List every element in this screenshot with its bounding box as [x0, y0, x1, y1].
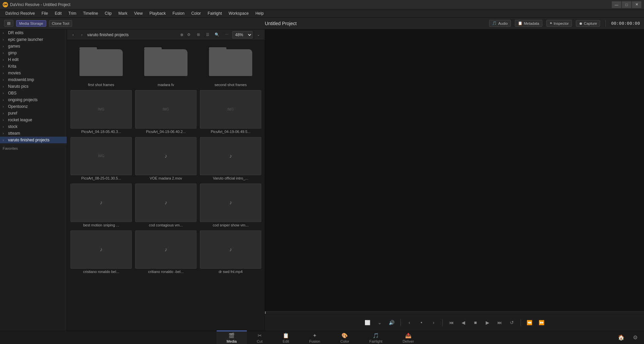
- media-item[interactable]: ♪ Varuto official intro_...: [200, 137, 261, 180]
- search-button[interactable]: 🔍: [213, 31, 221, 39]
- bottom-tab-edit[interactable]: 📋 Edit: [273, 331, 299, 344]
- media-item[interactable]: ♪ dr swd fnl.mp4: [200, 230, 261, 274]
- menu-item-help[interactable]: Help: [253, 10, 266, 16]
- metadata-button[interactable]: 📋 Metadata: [515, 20, 542, 27]
- panel-toggle-button[interactable]: ▤: [4, 20, 13, 27]
- sidebar-item-rocket-league[interactable]: ›rocket league: [0, 117, 67, 123]
- menu-item-fairlight[interactable]: Fairlight: [205, 10, 225, 16]
- window-controls[interactable]: — □ ✕: [612, 1, 641, 8]
- media-item[interactable]: ♪ cristiano ronaldo bel...: [70, 230, 132, 274]
- maximize-button[interactable]: □: [622, 1, 631, 8]
- menu-item-clip[interactable]: Clip: [102, 10, 114, 16]
- zoom-select[interactable]: 48% 25% 50% 75% 100%: [232, 31, 253, 39]
- menu-item-timeline[interactable]: Timeline: [80, 10, 101, 16]
- play-button[interactable]: ▶: [483, 318, 492, 327]
- clone-tool-button[interactable]: Clone Tool: [49, 20, 72, 27]
- sidebar-item-naruto-pics[interactable]: ›Naruto pics: [0, 83, 67, 90]
- media-item[interactable]: IMG PicsArt_04-18-05.40.3...: [70, 90, 132, 133]
- media-item[interactable]: IMG PicsArt_08-25-01.30.5...: [70, 137, 132, 180]
- view-mode-button[interactable]: ⬜: [363, 318, 372, 327]
- menu-item-file[interactable]: File: [39, 10, 51, 16]
- menu-item-davinci-resolve[interactable]: DaVinci Resolve: [3, 10, 38, 16]
- sidebar-item-dr-edits[interactable]: ›DR edits: [0, 29, 67, 36]
- sidebar-item-epic-game-launcher[interactable]: ›epic game launcher: [0, 36, 67, 43]
- media-item[interactable]: ♪ cod contagious vm...: [135, 184, 197, 227]
- arrow-icon: ›: [3, 71, 7, 75]
- menu-item-edit[interactable]: Edit: [52, 10, 64, 16]
- skip-to-start-button[interactable]: ⏪: [525, 318, 534, 327]
- marker-button[interactable]: •: [417, 318, 426, 327]
- prev-marker-button[interactable]: ‹: [405, 318, 414, 327]
- menu-item-fusion[interactable]: Fusion: [170, 10, 187, 16]
- bottom-tab-deliver[interactable]: 📤 Deliver: [392, 331, 424, 344]
- loop-button[interactable]: ↺: [507, 318, 517, 327]
- menu-item-color[interactable]: Color: [189, 10, 204, 16]
- sidebar-item-obs[interactable]: ›OBS: [0, 90, 67, 96]
- sidebar-item-h-edit[interactable]: ›H edit: [0, 56, 67, 63]
- menu-item-view[interactable]: View: [131, 10, 146, 16]
- bottom-tab-cut[interactable]: ✂ Cut: [247, 331, 273, 344]
- next-marker-button[interactable]: ›: [429, 318, 438, 327]
- media-item[interactable]: ♪ cod sniper show vm...: [200, 184, 261, 227]
- scrub-bar[interactable]: [265, 311, 644, 314]
- menu-item-playback[interactable]: Playback: [147, 10, 168, 16]
- sidebar-item-games[interactable]: ›games: [0, 43, 67, 50]
- close-button[interactable]: ✕: [632, 1, 641, 8]
- media-item[interactable]: IMG PicsArt_04-19-06.49.5...: [200, 90, 261, 133]
- inspector-button[interactable]: ✦ Inspector: [546, 20, 572, 27]
- media-item[interactable]: madara fv: [135, 44, 197, 87]
- menu-item-workspace[interactable]: Workspace: [226, 10, 252, 16]
- frame-back-button[interactable]: ◀: [459, 318, 468, 327]
- media-item[interactable]: second shot frames: [200, 44, 261, 87]
- stop-button[interactable]: ■: [471, 318, 480, 327]
- capture-button[interactable]: ⏺ Capture: [576, 20, 600, 27]
- sidebar-item-stock[interactable]: ›stock: [0, 123, 67, 130]
- sidebar-item-puref[interactable]: ›puref: [0, 110, 67, 117]
- media-item[interactable]: ♪ critiano ronaldo -bel...: [135, 230, 197, 274]
- bottom-tab-media[interactable]: 🎬 Media: [217, 331, 247, 344]
- sidebar-item-stteam[interactable]: ›stteam: [0, 130, 67, 137]
- bottom-tab-color[interactable]: 🎨 Color: [330, 331, 359, 344]
- project-title: Untitled Project: [265, 21, 297, 26]
- forward-nav-button[interactable]: ›: [78, 31, 85, 38]
- sidebar-item-movies[interactable]: ›movies: [0, 70, 67, 76]
- media-storage-button[interactable]: Media Storage: [16, 20, 46, 27]
- media-item[interactable]: IMG PicsArt_04-19-06.40.2...: [135, 90, 197, 133]
- audio-button[interactable]: 🎵 Audio: [489, 20, 511, 27]
- deliver-tab-label: Deliver: [402, 339, 414, 343]
- bottom-tab-fairlight[interactable]: 🎵 Fairlight: [359, 331, 392, 344]
- sidebar-label: Krita: [8, 64, 16, 69]
- sidebar-item-msdownld.tmp[interactable]: ›msdownld.tmp: [0, 76, 67, 83]
- menu-item-trim[interactable]: Trim: [66, 10, 79, 16]
- sidebar-item-varuto-finished-projects[interactable]: ›varuto finished projects: [0, 137, 67, 143]
- media-item[interactable]: first shot frames: [70, 44, 132, 87]
- view-chevron-button[interactable]: ⌄: [375, 318, 384, 327]
- list-view-button[interactable]: ☰: [204, 31, 211, 39]
- sidebar-item-gimp[interactable]: ›gimp: [0, 50, 67, 56]
- more-options-button[interactable]: ⋯: [223, 31, 230, 39]
- bottom-tabs: 🎬 Media ✂ Cut 📋 Edit ✦ Fusion 🎨 Color 🎵 …: [217, 331, 424, 344]
- scrub-handle[interactable]: [265, 312, 266, 314]
- skip-back-button[interactable]: ⏮: [447, 318, 456, 327]
- edit-tab-label: Edit: [283, 339, 289, 343]
- sidebar-item-ongoing-projects[interactable]: ›ongoing projects: [0, 96, 67, 103]
- menu-item-mark[interactable]: Mark: [116, 10, 130, 16]
- sidebar-item-opentoonz[interactable]: ›Opentoonz: [0, 103, 67, 110]
- skip-fwd-button[interactable]: ⏭: [495, 318, 504, 327]
- media-label: PicsArt_04-18-05.40.3...: [70, 130, 132, 134]
- media-item[interactable]: ♪ VOE madara 2.mov: [135, 137, 197, 180]
- bottom-tab-fusion[interactable]: ✦ Fusion: [299, 331, 330, 344]
- back-nav-button[interactable]: ‹: [70, 31, 76, 38]
- fusion-tab-icon: ✦: [313, 333, 317, 339]
- skip-to-end-button[interactable]: ⏩: [537, 318, 546, 327]
- media-item[interactable]: ♪ best motion sniping ...: [70, 184, 132, 227]
- sidebar-item-krita[interactable]: ›Krita: [0, 63, 67, 70]
- filter-button[interactable]: ⚙: [185, 31, 193, 39]
- grid-view-button[interactable]: ⊞: [195, 31, 202, 39]
- home-button[interactable]: 🏠: [616, 332, 627, 343]
- settings-button[interactable]: ⚙: [630, 332, 641, 343]
- volume-button[interactable]: 🔊: [387, 318, 396, 327]
- zoom-chevron-button[interactable]: ⌄: [255, 31, 262, 39]
- minimize-button[interactable]: —: [612, 1, 621, 8]
- bottom-tab-bar: 🎬 Media ✂ Cut 📋 Edit ✦ Fusion 🎨 Color 🎵 …: [0, 331, 644, 344]
